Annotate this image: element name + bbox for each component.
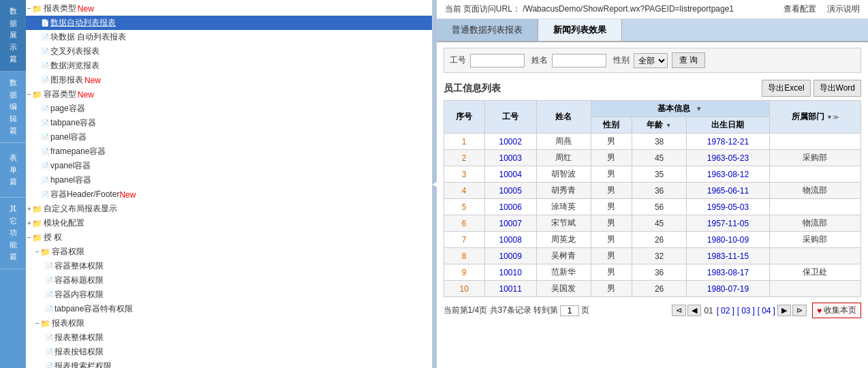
export-word-button[interactable]: 导出Word	[813, 80, 861, 97]
col-filter-btn[interactable]: ▼	[696, 105, 702, 112]
td-birth[interactable]: 1965-06-11	[687, 183, 769, 199]
age-sort-btn[interactable]: ▼	[666, 122, 672, 129]
page-goto-input[interactable]	[560, 305, 579, 316]
demo-desc-link[interactable]: 演示说明	[827, 3, 860, 15]
tree-toggle[interactable]: −	[27, 234, 31, 241]
tab-news[interactable]: 新闻列表效果	[538, 19, 622, 41]
tree-toggle[interactable]: +	[27, 219, 31, 227]
td-dept	[769, 248, 861, 264]
page-num-03-val[interactable]: 03	[741, 306, 750, 316]
td-id[interactable]: 10007	[484, 215, 536, 232]
page-icon: 📄	[45, 348, 53, 356]
dept-filter-btn[interactable]: ▼≫	[826, 114, 839, 121]
page-num-04[interactable]: [	[758, 306, 760, 316]
tree-item-cross-list[interactable]: 📄 交叉列表报表	[26, 44, 432, 59]
page-num-04-val[interactable]: 04	[762, 306, 771, 316]
table-row: 9 10010 范新华 男 36 1983-08-17 保卫处	[444, 264, 861, 281]
tree-item-report-search-auth[interactable]: 📄 报表搜索栏权限	[26, 359, 432, 368]
td-id[interactable]: 10002	[484, 134, 536, 150]
nav-data-edit[interactable]: 数 据 编 辑 篇	[0, 72, 26, 143]
tree-label: tabpane容器特有权限	[55, 303, 133, 315]
th-name: 姓名	[536, 101, 591, 134]
td-id[interactable]: 10006	[484, 199, 536, 215]
tree-item-tabpane-special-auth[interactable]: 📄 tabpane容器特有权限	[26, 302, 432, 316]
page-num-03[interactable]: [	[737, 306, 739, 316]
td-id[interactable]: 10009	[484, 248, 536, 264]
page-num-02[interactable]: [	[717, 306, 719, 316]
tree-item-custom-layout[interactable]: + 📁 自定义布局报表显示	[26, 202, 432, 216]
td-gender: 男	[591, 281, 632, 297]
tree-item-block-auto[interactable]: 📄 块数据 自动列表报表	[26, 30, 432, 44]
tree-item-graph-report[interactable]: 📄 图形报表 New	[26, 73, 432, 87]
tree-item-hpanel[interactable]: 📄 hpanel容器	[26, 173, 432, 187]
tree-toggle-report-type[interactable]: −	[27, 5, 31, 12]
tree-item-report-type[interactable]: − 📁 报表类型 New	[26, 1, 432, 16]
page-num-01[interactable]: 01	[704, 306, 713, 316]
td-id[interactable]: 10011	[484, 281, 536, 297]
td-birth[interactable]: 1959-05-03	[687, 199, 769, 215]
page-num-02-end: ]	[732, 306, 734, 316]
td-birth[interactable]: 1983-08-17	[687, 264, 769, 281]
tree-item-container-auth[interactable]: − 📁 容器权限	[26, 245, 432, 259]
tree-toggle[interactable]: −	[35, 248, 40, 256]
td-id[interactable]: 10010	[484, 264, 536, 281]
tree-item-container-header[interactable]: 📄 容器Header/Footer New	[26, 187, 432, 202]
nav-table-form[interactable]: 表 单 篇	[0, 143, 26, 198]
prev-page-button[interactable]: ◀	[687, 305, 701, 316]
td-id[interactable]: 10005	[484, 183, 536, 199]
th-id: 工号	[484, 101, 536, 134]
favorite-button[interactable]: ♥ 收集本页	[812, 303, 861, 318]
export-excel-button[interactable]: 导出Excel	[762, 80, 810, 97]
gender-select[interactable]: 全部 男 女	[634, 53, 668, 68]
td-birth[interactable]: 1963-08-12	[687, 166, 769, 183]
tree-toggle[interactable]: −	[27, 91, 31, 98]
search-button[interactable]: 查 询	[672, 52, 705, 68]
tree-item-page-container[interactable]: 📄 page容器	[26, 102, 432, 116]
name-input[interactable]	[552, 54, 606, 67]
page-icon: 📄	[41, 105, 49, 112]
view-config-link[interactable]: 查看配置	[784, 3, 816, 15]
td-birth[interactable]: 1980-07-19	[687, 281, 769, 297]
td-dept	[769, 199, 861, 215]
table-row: 1 10002 周燕 男 38 1978-12-21	[444, 134, 861, 150]
td-birth[interactable]: 1983-11-15	[687, 248, 769, 264]
tab-normal[interactable]: 普通数据列表报表	[437, 19, 538, 41]
tree-item-report-auth[interactable]: − 📁 报表权限	[26, 316, 432, 331]
td-birth[interactable]: 1957-11-05	[687, 215, 769, 232]
tree-item-report-all-auth[interactable]: 📄 报表整体权限	[26, 331, 432, 345]
tree-item-panel[interactable]: 📄 panel容器	[26, 130, 432, 144]
tree-item-container-type[interactable]: − 📁 容器类型 New	[26, 87, 432, 102]
tree-item-auth[interactable]: − 📁 授 权	[26, 230, 432, 245]
td-birth[interactable]: 1963-05-23	[687, 150, 769, 166]
nav-other[interactable]: 其 它 功 能 篇	[0, 198, 26, 269]
tree-toggle[interactable]: +	[27, 205, 31, 213]
tree-item-data-browse[interactable]: 📄 数据浏览报表	[26, 59, 432, 73]
tree-item-framepane[interactable]: 📄 framepane容器	[26, 144, 432, 159]
td-id[interactable]: 10004	[484, 166, 536, 183]
tree-item-modular[interactable]: + 📁 模块化配置	[26, 216, 432, 230]
next-page-button[interactable]: ▶	[777, 305, 791, 316]
last-page-button[interactable]: ⊳	[792, 305, 807, 316]
nav-data-display[interactable]: 数 据 展 示 篇	[0, 0, 26, 72]
td-id[interactable]: 10008	[484, 232, 536, 248]
tree-item-report-btn-auth[interactable]: 📄 报表按钮权限	[26, 345, 432, 359]
page-num-02-val[interactable]: 02	[721, 306, 730, 316]
td-age: 26	[632, 281, 686, 297]
td-birth[interactable]: 1978-12-21	[687, 134, 769, 150]
table-header-row: 员工信息列表 导出Excel 导出Word	[444, 80, 862, 97]
tree-item-tabpane[interactable]: 📄 tabpane容器	[26, 116, 432, 130]
gongno-input[interactable]	[470, 54, 525, 67]
td-age: 36	[632, 183, 686, 199]
tree-toggle[interactable]: −	[35, 320, 40, 327]
th-birth: 出生日期	[687, 117, 769, 134]
td-id[interactable]: 10003	[484, 150, 536, 166]
tree-item-container-title-auth[interactable]: 📄 容器标题权限	[26, 273, 432, 288]
first-page-button[interactable]: ⊲	[672, 305, 686, 316]
td-gender: 男	[591, 248, 632, 264]
page-num-04-end: ]	[773, 306, 775, 316]
tree-item-auto-list[interactable]: 📄 数据自动列表报表	[26, 16, 432, 30]
tree-item-container-content-auth[interactable]: 📄 容器内容权限	[26, 288, 432, 302]
tree-item-container-all-auth[interactable]: 📄 容器整体权限	[26, 259, 432, 273]
td-birth[interactable]: 1980-10-09	[687, 232, 769, 248]
tree-item-vpanel[interactable]: 📄 vpanel容器	[26, 159, 432, 173]
